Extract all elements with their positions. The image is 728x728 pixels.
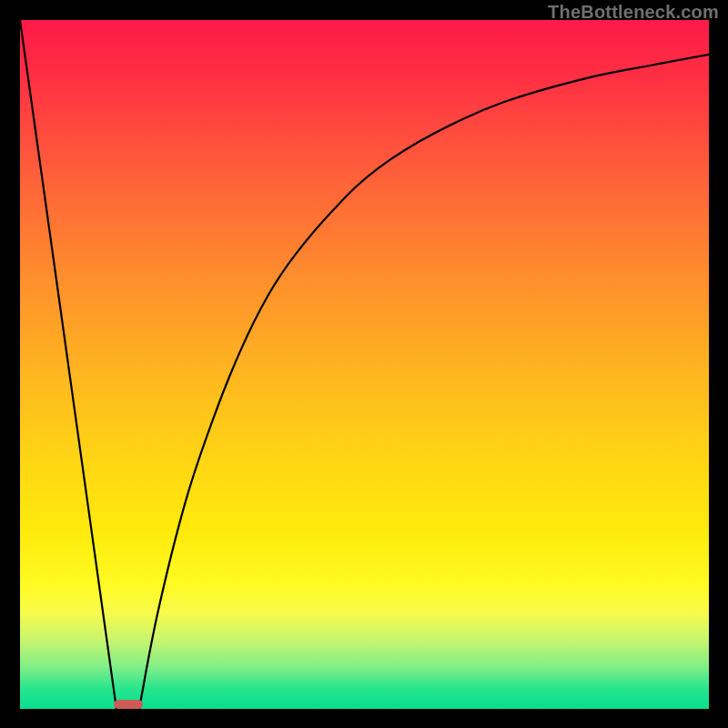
curve-right-branch [139,55,709,709]
curve-svg [20,20,709,709]
plot-area [20,20,709,709]
chart-frame: TheBottleneck.com [0,0,728,728]
curve-left-branch [20,20,116,709]
minimum-marker [114,700,143,709]
